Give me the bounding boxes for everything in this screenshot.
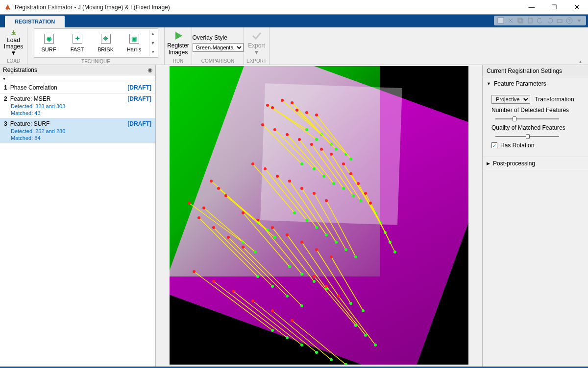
svg-line-14: [282, 100, 321, 135]
svg-point-27: [315, 114, 318, 116]
svg-line-32: [275, 130, 314, 169]
svg-point-52: [293, 211, 296, 214]
tab-registration[interactable]: REGISTRATION: [5, 16, 65, 27]
chevron-right-icon: ▶: [487, 161, 490, 166]
svg-line-35: [287, 135, 324, 176]
svg-point-118: [273, 236, 276, 239]
svg-point-132: [369, 202, 372, 205]
feature-parameters-section[interactable]: ▼ Feature Parameters: [483, 77, 588, 90]
image-viewer[interactable]: [156, 65, 482, 367]
close-button[interactable]: ✕: [565, 0, 588, 15]
svg-point-61: [325, 233, 328, 236]
svg-point-45: [320, 148, 323, 151]
svg-line-158: [339, 296, 375, 345]
settings-header: Current Registration Settings: [483, 65, 588, 77]
paste-icon[interactable]: [526, 17, 534, 24]
chevron-down-icon: ▼: [487, 81, 491, 86]
undo-icon[interactable]: [536, 17, 544, 24]
svg-point-97: [271, 285, 274, 288]
svg-point-28: [349, 158, 352, 161]
quality-matched-label: Quality of Matched Features: [491, 124, 583, 131]
gallery-up-icon[interactable]: ▲: [149, 30, 157, 38]
svg-point-150: [291, 319, 294, 322]
svg-point-109: [254, 251, 257, 253]
play-icon: [172, 30, 184, 42]
svg-line-149: [292, 321, 346, 365]
gallery-expand-icon[interactable]: ▾: [149, 48, 157, 56]
svg-point-136: [271, 329, 274, 332]
svg-rect-2: [519, 19, 523, 23]
registration-item-2[interactable]: 2 Feature: MSER [DRAFT] Detected: 328 an…: [0, 93, 155, 118]
minimize-button[interactable]: —: [520, 0, 543, 15]
svg-line-104: [189, 203, 243, 242]
svg-line-80: [287, 235, 326, 289]
svg-rect-7: [11, 34, 16, 35]
svg-point-46: [352, 194, 355, 197]
svg-point-30: [261, 123, 264, 126]
svg-point-88: [349, 302, 352, 305]
svg-text:?: ?: [568, 18, 570, 23]
num-detected-slider[interactable]: [495, 116, 559, 121]
svg-point-135: [193, 270, 196, 273]
svg-point-138: [212, 280, 215, 283]
svg-line-83: [302, 242, 339, 296]
svg-line-26: [317, 115, 351, 159]
svg-point-105: [188, 202, 191, 205]
svg-rect-0: [498, 18, 504, 23]
svg-point-33: [273, 128, 276, 131]
gallery-down-icon[interactable]: ▼: [149, 39, 157, 47]
svg-point-108: [202, 207, 205, 209]
svg-point-42: [310, 143, 313, 146]
svg-point-94: [256, 275, 259, 278]
post-processing-section[interactable]: ▶ Post-processing: [483, 157, 588, 170]
svg-point-69: [325, 199, 328, 202]
svg-point-34: [313, 167, 316, 170]
technique-brisk[interactable]: ☀ BRISK: [92, 30, 120, 56]
quality-matched-slider[interactable]: [495, 134, 559, 139]
svg-point-117: [224, 194, 227, 197]
num-detected-label: Number of Detected Features: [491, 107, 583, 114]
help-icon[interactable]: ?: [565, 17, 573, 24]
svg-line-68: [326, 201, 356, 257]
svg-point-22: [335, 148, 338, 151]
svg-point-160: [374, 344, 377, 346]
svg-point-123: [349, 172, 352, 175]
svg-point-156: [325, 285, 328, 288]
transformation-select[interactable]: Projective: [491, 95, 530, 104]
load-images-button[interactable]: Load Images ▼: [1, 29, 26, 57]
matlab-icon: [4, 3, 12, 11]
collapse-ribbon-icon[interactable]: ▴: [579, 59, 586, 64]
technique-surf[interactable]: ◉ SURF: [35, 30, 63, 56]
print-icon[interactable]: [556, 17, 564, 24]
has-rotation-checkbox[interactable]: ✓: [491, 142, 497, 148]
register-images-button[interactable]: Register Images: [166, 29, 191, 57]
svg-point-126: [357, 182, 360, 185]
copy-icon[interactable]: [516, 17, 524, 24]
svg-point-100: [286, 295, 289, 298]
redo-icon[interactable]: [546, 17, 554, 24]
svg-point-90: [330, 255, 333, 258]
svg-point-12: [271, 106, 274, 109]
surf-icon: ◉: [44, 34, 54, 44]
technique-fast[interactable]: ✦ FAST: [64, 30, 91, 56]
svg-point-147: [271, 309, 274, 312]
technique-harris[interactable]: ▣ Harris: [121, 30, 148, 56]
svg-point-139: [286, 336, 289, 339]
save-icon[interactable]: [497, 17, 505, 24]
svg-line-131: [370, 203, 395, 252]
panel-options-icon[interactable]: ◉: [147, 67, 152, 73]
maximize-button[interactable]: ☐: [543, 0, 565, 15]
options-dropdown-icon[interactable]: [575, 17, 583, 24]
export-button[interactable]: Export ▼: [245, 29, 269, 57]
overlay-style-select[interactable]: Green-Magenta: [193, 43, 244, 52]
panel-collapse-toggle[interactable]: ▾: [0, 75, 155, 82]
feature-matches: [170, 66, 468, 365]
svg-point-48: [330, 153, 333, 156]
svg-point-24: [305, 111, 308, 114]
cut-icon[interactable]: [507, 17, 514, 24]
svg-line-98: [228, 237, 287, 296]
registration-item-1[interactable]: 1 Phase Correlation [DRAFT]: [0, 82, 155, 93]
quick-access-toolbar: ?: [494, 16, 586, 25]
svg-point-99: [227, 236, 230, 239]
registration-item-3[interactable]: 3 Feature: SURF [DRAFT] Detected: 252 an…: [0, 118, 155, 143]
